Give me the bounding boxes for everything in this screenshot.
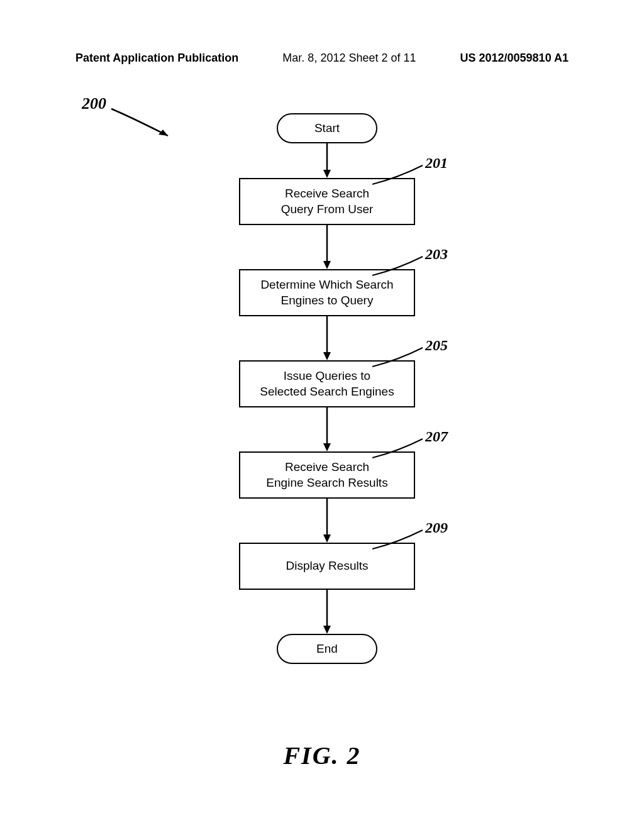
step-label-205: 205 — [425, 337, 448, 354]
header-publication: Patent Application Publication — [75, 52, 238, 65]
process-step-4-text: Receive Search Engine Search Results — [266, 460, 387, 490]
end-label: End — [316, 642, 338, 656]
start-terminal: Start — [277, 113, 377, 143]
callout-arc-icon — [372, 253, 426, 279]
arrow-connector — [195, 590, 459, 634]
svg-marker-2 — [323, 170, 331, 178]
step-label-201: 201 — [425, 155, 448, 172]
process-step-5-text: Display Results — [286, 558, 369, 574]
page-header: Patent Application Publication Mar. 8, 2… — [0, 52, 644, 65]
svg-marker-8 — [323, 443, 331, 451]
callout-arc-icon — [372, 436, 426, 461]
callout-arc-icon — [372, 527, 426, 552]
process-step-3-text: Issue Queries to Selected Search Engines — [260, 368, 394, 399]
svg-marker-4 — [323, 261, 331, 269]
figure-caption: FIG. 2 — [0, 741, 644, 770]
flowchart-container: Start Receive Search Query From User Det… — [195, 113, 459, 664]
figure-reference-number: 200 — [82, 94, 106, 113]
header-date-sheet: Mar. 8, 2012 Sheet 2 of 11 — [282, 52, 416, 65]
step-label-209: 209 — [425, 519, 448, 536]
step-label-207: 207 — [425, 428, 448, 445]
svg-marker-10 — [323, 534, 331, 543]
process-step-2-text: Determine Which Search Engines to Query — [260, 277, 393, 308]
callout-arc-icon — [372, 345, 426, 370]
process-step-1-text: Receive Search Query From User — [281, 186, 374, 217]
svg-marker-6 — [323, 352, 331, 360]
header-patent-number: US 2012/0059810 A1 — [460, 52, 569, 65]
svg-marker-0 — [158, 130, 168, 136]
svg-marker-12 — [323, 626, 331, 634]
reference-arrow-icon — [108, 106, 177, 140]
callout-arc-icon — [372, 162, 426, 187]
step-label-203: 203 — [425, 246, 448, 263]
end-terminal: End — [277, 634, 377, 664]
start-label: Start — [314, 121, 340, 135]
